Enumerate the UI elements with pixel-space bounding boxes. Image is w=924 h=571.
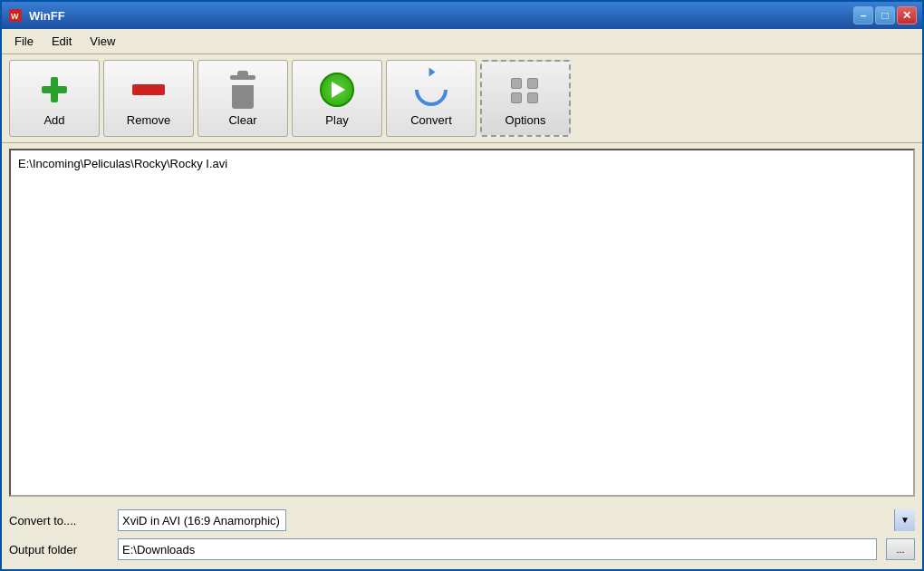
clear-icon: [225, 72, 261, 108]
convert-to-label: Convert to....: [9, 514, 109, 527]
output-folder-label: Output folder: [9, 543, 109, 556]
title-bar: W WinFF – □ ✕: [2, 2, 922, 29]
convert-to-select-wrapper: XviD in AVI (16:9 Anamorphic) XviD in AV…: [118, 509, 915, 531]
clear-button[interactable]: Clear: [197, 60, 288, 137]
options-button[interactable]: Options: [480, 60, 571, 137]
convert-icon: [413, 72, 449, 108]
minimize-button[interactable]: –: [853, 6, 873, 24]
add-icon: [36, 72, 72, 108]
toolbar: Add Remove Clear: [2, 54, 922, 143]
play-icon: [319, 72, 355, 108]
remove-icon: [130, 72, 167, 108]
browse-button[interactable]: ...: [886, 538, 915, 560]
close-button[interactable]: ✕: [897, 6, 917, 24]
play-label: Play: [325, 113, 348, 127]
menu-file[interactable]: File: [7, 33, 41, 50]
file-list[interactable]: E:\Incoming\Peliculas\Rocky\Rocky I.avi: [9, 149, 915, 497]
remove-button[interactable]: Remove: [103, 60, 194, 137]
menu-edit[interactable]: Edit: [44, 33, 79, 50]
options-icon: [507, 72, 544, 108]
main-window: W WinFF – □ ✕ File Edit View Add Remove: [0, 0, 924, 571]
play-button[interactable]: Play: [292, 60, 382, 137]
add-button[interactable]: Add: [9, 60, 100, 137]
window-title: WinFF: [29, 9, 853, 23]
options-label: Options: [505, 113, 546, 127]
clear-label: Clear: [228, 113, 256, 127]
output-folder-row: Output folder ...: [9, 538, 915, 560]
convert-to-row: Convert to.... XviD in AVI (16:9 Anamorp…: [9, 509, 915, 531]
bottom-controls: Convert to.... XviD in AVI (16:9 Anamorp…: [2, 502, 922, 569]
add-label: Add: [43, 113, 64, 127]
menu-view[interactable]: View: [82, 33, 122, 50]
convert-button[interactable]: Convert: [386, 60, 476, 137]
output-folder-input[interactable]: [118, 538, 877, 560]
menu-bar: File Edit View: [2, 29, 922, 54]
convert-label: Convert: [410, 113, 452, 127]
list-item: E:\Incoming\Peliculas\Rocky\Rocky I.avi: [16, 156, 908, 171]
maximize-button[interactable]: □: [875, 6, 895, 24]
svg-text:W: W: [11, 12, 19, 21]
convert-to-select[interactable]: XviD in AVI (16:9 Anamorphic) XviD in AV…: [118, 509, 286, 531]
window-controls: – □ ✕: [853, 6, 917, 24]
app-icon: W: [7, 7, 24, 24]
remove-label: Remove: [127, 113, 170, 127]
